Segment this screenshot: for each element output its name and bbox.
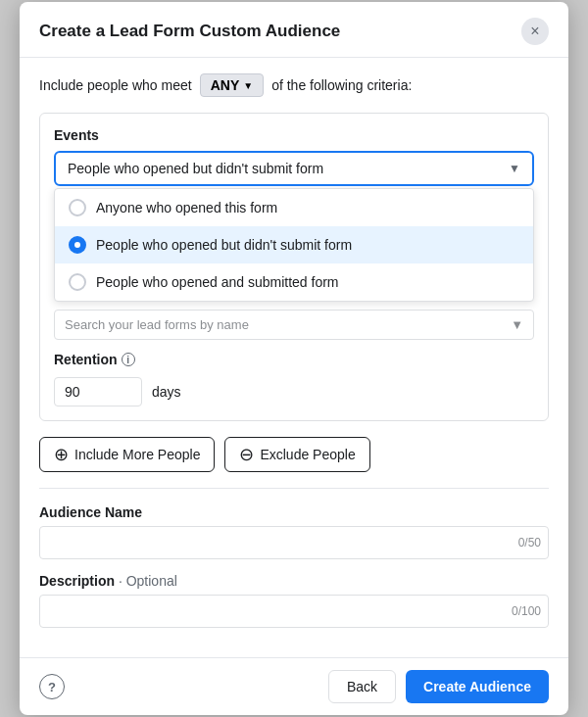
events-select[interactable]: People who opened but didn't submit form… [54, 151, 534, 186]
dropdown-item-label-2: People who opened and submitted form [96, 274, 339, 290]
divider [39, 488, 549, 489]
description-input-wrapper: 0/100 [39, 595, 549, 628]
events-section: Events People who opened but didn't subm… [39, 113, 549, 421]
retention-label: Retention i [54, 352, 534, 367]
audience-name-input-wrapper: 0/50 [39, 526, 549, 559]
modal-footer: ? Back Create Audience [20, 657, 568, 715]
retention-row: days [54, 377, 534, 406]
search-chevron-icon: ▼ [511, 317, 523, 332]
audience-name-label: Audience Name [39, 504, 549, 520]
radio-option-3[interactable] [69, 273, 86, 291]
description-input[interactable] [39, 595, 549, 628]
audience-name-input[interactable] [39, 526, 549, 559]
dropdown-item-label-0: Anyone who opened this form [96, 200, 277, 215]
dropdown-item-2[interactable]: People who opened and submitted form [55, 263, 533, 301]
retention-label-text: Retention [54, 352, 118, 367]
events-dropdown-list: Anyone who opened this form People who o… [54, 188, 534, 302]
any-label: ANY [211, 77, 240, 93]
description-group: Description · Optional 0/100 [39, 573, 549, 628]
exclude-button-label: Exclude People [260, 447, 355, 462]
modal-overlay: Create a Lead Form Custom Audience × Inc… [0, 0, 588, 717]
action-buttons: ⊕ Include More People ⊖ Exclude People [39, 437, 549, 472]
description-counter: 0/100 [512, 604, 541, 618]
audience-name-group: Audience Name 0/50 [39, 504, 549, 559]
footer-actions: Back Create Audience [328, 670, 549, 703]
minus-circle-icon: ⊖ [239, 446, 254, 463]
dropdown-item-label-1: People who opened but didn't submit form [96, 237, 352, 253]
retention-input[interactable] [54, 377, 142, 406]
description-label: Description · Optional [39, 573, 549, 589]
search-forms-placeholder: Search your lead forms by name [65, 317, 249, 332]
description-label-text: Description [39, 573, 115, 589]
include-button-label: Include More People [74, 447, 200, 462]
dropdown-item-1[interactable]: People who opened but didn't submit form [55, 226, 533, 263]
modal-body: Include people who meet ANY ▼ of the fol… [20, 58, 568, 657]
exclude-people-button[interactable]: ⊖ Exclude People [224, 437, 369, 472]
any-dropdown[interactable]: ANY ▼ [200, 73, 264, 97]
events-label: Events [54, 127, 534, 143]
search-forms-row[interactable]: Search your lead forms by name ▼ [54, 310, 534, 340]
criteria-prefix: Include people who meet [39, 77, 192, 93]
criteria-suffix: of the following criteria: [271, 77, 412, 93]
radio-option-1[interactable] [69, 199, 86, 216]
help-icon[interactable]: ? [39, 674, 65, 699]
dropdown-item-0[interactable]: Anyone who opened this form [55, 189, 533, 226]
events-selected-value: People who opened but didn't submit form [68, 161, 323, 176]
include-more-people-button[interactable]: ⊕ Include More People [39, 437, 215, 472]
chevron-down-icon: ▼ [243, 80, 253, 91]
modal-dialog: Create a Lead Form Custom Audience × Inc… [20, 2, 568, 715]
chevron-down-icon: ▼ [509, 162, 520, 175]
audience-name-counter: 0/50 [518, 536, 541, 550]
criteria-row: Include people who meet ANY ▼ of the fol… [39, 73, 549, 97]
retention-section: Retention i days [54, 352, 534, 406]
modal-header: Create a Lead Form Custom Audience × [20, 2, 568, 58]
modal-title: Create a Lead Form Custom Audience [39, 22, 340, 41]
create-audience-button[interactable]: Create Audience [406, 670, 549, 703]
days-label: days [152, 384, 181, 400]
retention-info-icon[interactable]: i [122, 353, 135, 366]
back-button[interactable]: Back [328, 670, 396, 703]
close-button[interactable]: × [521, 18, 549, 45]
radio-option-2[interactable] [69, 236, 86, 254]
plus-circle-icon: ⊕ [54, 446, 69, 463]
description-optional-label: · Optional [119, 573, 177, 589]
